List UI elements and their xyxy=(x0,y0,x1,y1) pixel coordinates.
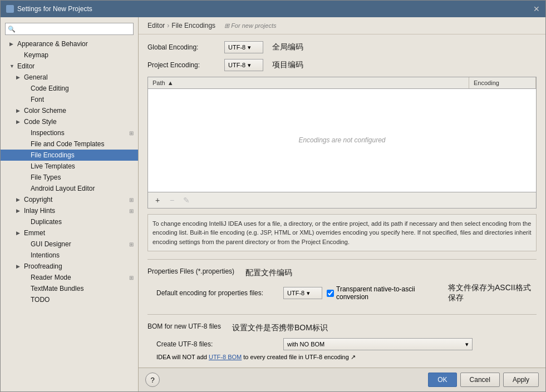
project-encoding-annotation: 项目编码 xyxy=(272,60,303,70)
badge-icon: ⊞ xyxy=(129,208,134,214)
app-icon xyxy=(6,5,14,13)
create-utf8-value: with NO BOM xyxy=(287,341,324,348)
badge-icon: ⊞ xyxy=(129,241,134,247)
col-path-header: Path ▲ xyxy=(148,77,469,88)
sidebar-item-keymap[interactable]: Keymap xyxy=(1,49,138,61)
sidebar-item-label: Live Templates xyxy=(31,162,75,170)
sidebar-item-android-layout[interactable]: Android Layout Editor xyxy=(1,183,138,194)
breadcrumb-parent: Editor xyxy=(147,22,165,29)
bom-link[interactable]: UTF-8 BOM xyxy=(209,354,242,360)
help-button[interactable]: ? xyxy=(145,373,160,387)
sidebar-item-intentions[interactable]: Intentions xyxy=(1,250,138,261)
global-encoding-label: Global Encoding: xyxy=(147,43,220,51)
sidebar-item-reader-mode[interactable]: Reader Mode ⊞ xyxy=(1,272,138,283)
sidebar: 🔍 ▶ Appearance & Behavior Keymap ▼ Edito… xyxy=(1,17,139,391)
settings-dialog: Settings for New Projects ✕ 🔍 ▶ Appearan… xyxy=(0,0,546,392)
cancel-button[interactable]: Cancel xyxy=(460,373,500,387)
separator xyxy=(147,259,537,260)
transparent-annotation: 将文件保存为ASCII格式保存 xyxy=(448,283,537,303)
dropdown-arrow-icon: ▾ xyxy=(248,62,251,69)
global-encoding-row: Global Encoding: UTF-8 ▾ 全局编码 xyxy=(147,41,537,53)
sidebar-item-emmet[interactable]: ▶ Emmet xyxy=(1,227,138,239)
global-encoding-annotation: 全局编码 xyxy=(272,42,303,52)
sidebar-item-general[interactable]: ▶ General xyxy=(1,72,138,83)
breadcrumb-note: ⊞ For new projects xyxy=(224,22,276,29)
create-utf8-dropdown[interactable]: with NO BOM ▾ xyxy=(283,338,473,350)
dropdown-arrow-icon: ▾ xyxy=(248,44,251,51)
sidebar-item-todo[interactable]: TODO xyxy=(1,294,138,305)
global-encoding-dropdown[interactable]: UTF-8 ▾ xyxy=(224,41,263,53)
content-area: Global Encoding: UTF-8 ▾ 全局编码 Project En… xyxy=(139,34,545,368)
encoding-table: Path ▲ Encoding Encodings are not config… xyxy=(147,77,537,209)
apply-button[interactable]: Apply xyxy=(503,373,539,387)
project-encoding-value: UTF-8 xyxy=(228,62,245,68)
sidebar-item-appearance[interactable]: ▶ Appearance & Behavior xyxy=(1,38,138,49)
remove-encoding-button[interactable]: − xyxy=(166,195,178,206)
arrow-icon: ▶ xyxy=(16,75,22,80)
sidebar-item-label: TextMate Bundles xyxy=(31,285,83,292)
breadcrumb-separator: › xyxy=(167,22,169,29)
sidebar-item-label: File Types xyxy=(31,173,61,181)
bom-annotation: 设置文件是否携带BOM标识 xyxy=(232,323,328,333)
bom-note-suffix: to every created file in UTF-8 encoding … xyxy=(243,354,356,360)
project-encoding-dropdown[interactable]: UTF-8 ▾ xyxy=(224,59,263,71)
sidebar-item-gui-designer[interactable]: GUI Designer ⊞ xyxy=(1,239,138,250)
sidebar-item-label: Emmet xyxy=(24,229,45,237)
col-encoding-header: Encoding xyxy=(469,77,536,88)
sidebar-item-label: TODO xyxy=(31,296,50,304)
sidebar-item-file-code-templates[interactable]: File and Code Templates xyxy=(1,138,138,150)
add-encoding-button[interactable]: + xyxy=(151,195,164,206)
dropdown-arrow-icon: ▾ xyxy=(465,341,469,348)
bom-section-label: BOM for new UTF-8 files xyxy=(147,322,221,330)
sidebar-item-label: File and Code Templates xyxy=(31,140,105,148)
transparent-checkbox-row: Transparent native-to-ascii conversion xyxy=(327,285,437,301)
sidebar-item-proofreading[interactable]: ▶ Proofreading xyxy=(1,261,138,272)
properties-section: Properties Files (*.properties) 配置文件编码 D… xyxy=(147,267,537,306)
badge-icon: ⊞ xyxy=(129,130,134,136)
transparent-checkbox[interactable] xyxy=(327,290,334,297)
sidebar-item-code-editing[interactable]: Code Editing xyxy=(1,83,138,94)
default-encoding-dropdown[interactable]: UTF-8 ▾ xyxy=(283,287,322,299)
sort-icon: ▲ xyxy=(168,80,174,86)
edit-encoding-button[interactable]: ✎ xyxy=(180,195,193,206)
ok-button[interactable]: OK xyxy=(428,373,456,387)
title-bar-left: Settings for New Projects xyxy=(6,5,92,13)
breadcrumb-current: File Encodings xyxy=(171,22,215,29)
default-encoding-label: Default encoding for properties files: xyxy=(156,289,279,297)
sidebar-item-duplicates[interactable]: Duplicates xyxy=(1,216,138,227)
properties-section-label: Properties Files (*.properties) xyxy=(147,267,234,275)
sidebar-item-label: Font xyxy=(31,96,44,103)
sidebar-item-label: Code Editing xyxy=(31,85,69,92)
sidebar-item-code-style[interactable]: ▶ Code Style xyxy=(1,116,138,127)
sidebar-item-label: Inspections xyxy=(31,129,65,137)
main-content: Editor › File Encodings ⊞ For new projec… xyxy=(139,17,545,391)
sidebar-item-inlay-hints[interactable]: ▶ Inlay Hints ⊞ xyxy=(1,205,138,216)
sidebar-item-font[interactable]: Font xyxy=(1,94,138,105)
sidebar-item-label: Color Scheme xyxy=(24,107,66,115)
table-empty-state: Encodings are not configured xyxy=(148,89,536,192)
bom-note-row: IDEA will NOT add UTF-8 BOM to every cre… xyxy=(156,354,537,361)
project-encoding-row: Project Encoding: UTF-8 ▾ 项目编码 xyxy=(147,59,537,71)
sidebar-item-label: Copyright xyxy=(24,196,52,204)
sidebar-item-textmate[interactable]: TextMate Bundles xyxy=(1,283,138,294)
arrow-icon: ▶ xyxy=(16,208,22,214)
sidebar-item-label: General xyxy=(24,73,48,81)
sidebar-item-file-types[interactable]: File Types xyxy=(1,172,138,183)
search-input[interactable] xyxy=(5,23,134,35)
properties-annotation: 配置文件编码 xyxy=(245,268,292,278)
bom-note-prefix: IDEA will NOT add xyxy=(156,354,209,360)
close-button[interactable]: ✕ xyxy=(533,5,540,13)
transparent-label[interactable]: Transparent native-to-ascii conversion xyxy=(336,285,437,301)
sidebar-item-label: GUI Designer xyxy=(31,240,71,248)
encoding-description: To change encoding IntelliJ IDEA uses fo… xyxy=(147,214,537,252)
sidebar-item-live-templates[interactable]: Live Templates xyxy=(1,161,138,172)
search-icon: 🔍 xyxy=(8,26,16,33)
sidebar-item-editor[interactable]: ▼ Editor xyxy=(1,61,138,72)
sidebar-item-color-scheme[interactable]: ▶ Color Scheme xyxy=(1,105,138,116)
search-box[interactable]: 🔍 xyxy=(5,23,134,35)
sidebar-item-label: Inlay Hints xyxy=(24,207,55,215)
sidebar-item-copyright[interactable]: ▶ Copyright ⊞ xyxy=(1,194,138,205)
sidebar-item-file-encodings[interactable]: File Encodings xyxy=(1,150,138,161)
sidebar-item-inspections[interactable]: Inspections ⊞ xyxy=(1,127,138,138)
sidebar-item-label: Intentions xyxy=(31,251,60,259)
